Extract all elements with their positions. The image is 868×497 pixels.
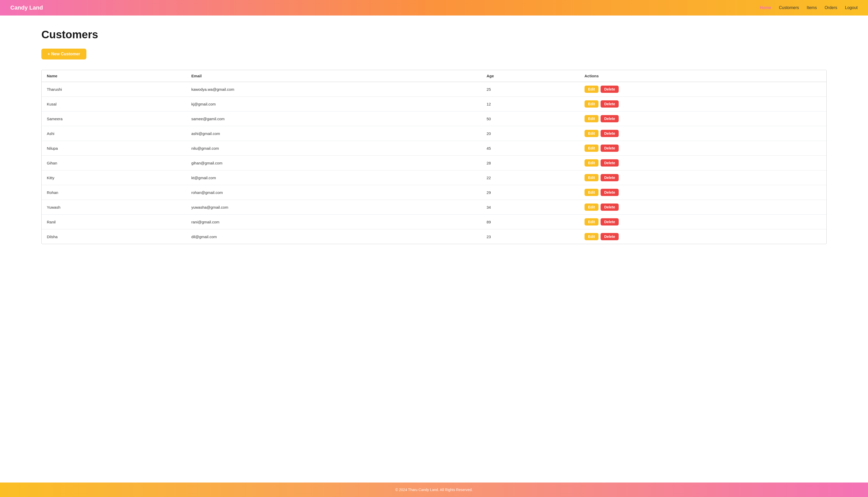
new-customer-button[interactable]: + New Customer <box>41 48 86 59</box>
delete-button[interactable]: Delete <box>600 159 619 167</box>
customer-name: Kusal <box>42 97 186 112</box>
nav-logout[interactable]: Logout <box>845 5 858 10</box>
table-row: Sameerasamee@gamil.com50EditDelete <box>42 112 826 126</box>
table-row: Kittykt@gmail.com22EditDelete <box>42 170 826 185</box>
main-content: Customers + New Customer Name Email Age … <box>0 15 868 483</box>
nav-orders[interactable]: Orders <box>825 5 837 10</box>
customer-age: 25 <box>481 82 579 97</box>
table-row: Yuwashyuwasha@gmail.com34EditDelete <box>42 200 826 215</box>
delete-button[interactable]: Delete <box>600 130 619 137</box>
edit-button[interactable]: Edit <box>585 86 598 93</box>
customer-name: Gihan <box>42 156 186 170</box>
customer-email: dil@gmail.com <box>186 229 482 244</box>
customer-actions: EditDelete <box>579 112 826 126</box>
customer-name: Sameera <box>42 112 186 126</box>
customer-age: 34 <box>481 200 579 215</box>
page-title: Customers <box>41 28 827 41</box>
customer-email: kawodya.wa@gmail.com <box>186 82 482 97</box>
edit-button[interactable]: Edit <box>585 218 598 226</box>
customer-age: 29 <box>481 185 579 200</box>
header: Candy Land Home Customers Items Orders L… <box>0 0 868 15</box>
delete-button[interactable]: Delete <box>600 233 619 240</box>
edit-button[interactable]: Edit <box>585 174 598 181</box>
delete-button[interactable]: Delete <box>600 218 619 226</box>
table-row: Kusalkj@gmail.com12EditDelete <box>42 97 826 112</box>
customer-age: 12 <box>481 97 579 112</box>
delete-button[interactable]: Delete <box>600 115 619 122</box>
customer-actions: EditDelete <box>579 229 826 244</box>
customer-age: 45 <box>481 141 579 156</box>
edit-button[interactable]: Edit <box>585 100 598 108</box>
customer-age: 28 <box>481 156 579 170</box>
customer-actions: EditDelete <box>579 156 826 170</box>
customer-actions: EditDelete <box>579 126 826 141</box>
table-row: Rohanrohan@gmail.com29EditDelete <box>42 185 826 200</box>
customer-name: Nilupa <box>42 141 186 156</box>
customer-actions: EditDelete <box>579 215 826 229</box>
edit-button[interactable]: Edit <box>585 203 598 211</box>
customer-email: yuwasha@gmail.com <box>186 200 482 215</box>
customer-actions: EditDelete <box>579 200 826 215</box>
main-nav: Home Customers Items Orders Logout <box>760 5 858 10</box>
delete-button[interactable]: Delete <box>600 203 619 211</box>
col-age: Age <box>481 70 579 82</box>
customer-name: Kitty <box>42 170 186 185</box>
customer-age: 20 <box>481 126 579 141</box>
customer-email: ashi@gmail.com <box>186 126 482 141</box>
table-row: Gihangihan@gmail.com28EditDelete <box>42 156 826 170</box>
customer-actions: EditDelete <box>579 170 826 185</box>
customer-name: Dilsha <box>42 229 186 244</box>
delete-button[interactable]: Delete <box>600 189 619 196</box>
customer-email: nilu@gmail.com <box>186 141 482 156</box>
delete-button[interactable]: Delete <box>600 144 619 152</box>
customer-age: 22 <box>481 170 579 185</box>
customer-email: samee@gamil.com <box>186 112 482 126</box>
table-row: Dilshadil@gmail.com23EditDelete <box>42 229 826 244</box>
footer-text: © 2024 Tharu Candy Land. All Rights Rese… <box>396 488 473 492</box>
customer-name: Yuwash <box>42 200 186 215</box>
customer-actions: EditDelete <box>579 82 826 97</box>
brand-logo: Candy Land <box>10 4 43 11</box>
col-name: Name <box>42 70 186 82</box>
customer-email: kj@gmail.com <box>186 97 482 112</box>
table-row: Tharushikawodya.wa@gmail.com25EditDelete <box>42 82 826 97</box>
customer-age: 23 <box>481 229 579 244</box>
customer-name: Ashi <box>42 126 186 141</box>
customer-age: 50 <box>481 112 579 126</box>
footer: © 2024 Tharu Candy Land. All Rights Rese… <box>0 483 868 497</box>
edit-button[interactable]: Edit <box>585 159 598 167</box>
table-row: Nilupanilu@gmail.com45EditDelete <box>42 141 826 156</box>
customer-name: Ranil <box>42 215 186 229</box>
customer-email: gihan@gmail.com <box>186 156 482 170</box>
table-row: Ashiashi@gmail.com20EditDelete <box>42 126 826 141</box>
customer-age: 89 <box>481 215 579 229</box>
delete-button[interactable]: Delete <box>600 100 619 108</box>
delete-button[interactable]: Delete <box>600 86 619 93</box>
customer-actions: EditDelete <box>579 141 826 156</box>
customer-actions: EditDelete <box>579 185 826 200</box>
customers-table-container: Name Email Age Actions Tharushikawodya.w… <box>41 70 827 244</box>
customer-email: rohan@gmail.com <box>186 185 482 200</box>
table-row: Ranilrani@gmail.com89EditDelete <box>42 215 826 229</box>
nav-customers[interactable]: Customers <box>779 5 799 10</box>
customer-name: Rohan <box>42 185 186 200</box>
table-header: Name Email Age Actions <box>42 70 826 82</box>
delete-button[interactable]: Delete <box>600 174 619 181</box>
edit-button[interactable]: Edit <box>585 144 598 152</box>
col-actions: Actions <box>579 70 826 82</box>
customer-email: kt@gmail.com <box>186 170 482 185</box>
customer-email: rani@gmail.com <box>186 215 482 229</box>
nav-home[interactable]: Home <box>760 5 771 10</box>
edit-button[interactable]: Edit <box>585 115 598 122</box>
customer-actions: EditDelete <box>579 97 826 112</box>
nav-items[interactable]: Items <box>807 5 817 10</box>
col-email: Email <box>186 70 482 82</box>
edit-button[interactable]: Edit <box>585 233 598 240</box>
edit-button[interactable]: Edit <box>585 189 598 196</box>
customer-name: Tharushi <box>42 82 186 97</box>
customers-table: Name Email Age Actions Tharushikawodya.w… <box>42 70 826 244</box>
table-body: Tharushikawodya.wa@gmail.com25EditDelete… <box>42 82 826 244</box>
edit-button[interactable]: Edit <box>585 130 598 137</box>
